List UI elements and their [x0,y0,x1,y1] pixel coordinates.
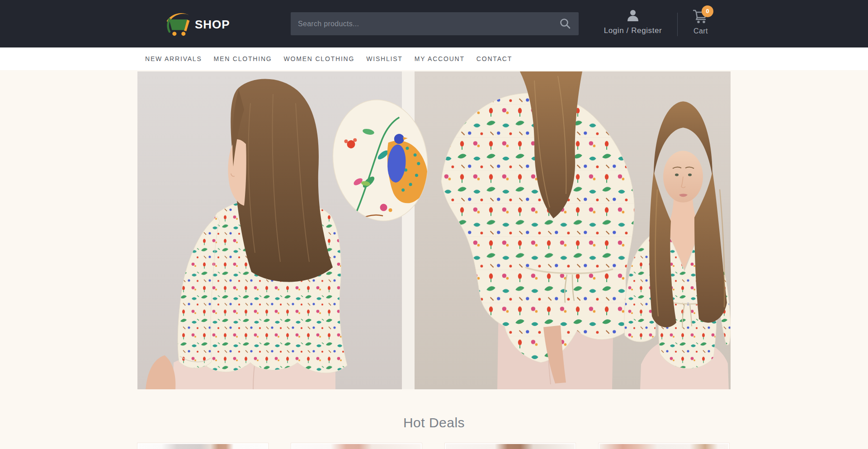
product-card[interactable] [598,443,730,449]
logo-cart-icon [165,11,191,38]
product-card[interactable] [444,443,576,449]
product-image [446,444,575,449]
header: SHOP Login / Register [0,0,868,47]
login-register-label: Login / Register [601,26,665,35]
cart-count-badge: 0 [702,5,713,17]
main-navigation: NEW ARRIVALS MEN CLOTHING WOMEN CLOTHING… [0,47,868,70]
nav-item-men-clothing[interactable]: MEN CLOTHING [214,55,272,62]
login-register-link[interactable]: Login / Register [601,9,665,35]
nav-item-new-arrivals[interactable]: NEW ARRIVALS [145,55,202,62]
user-icon [626,15,640,23]
search-icon [559,24,571,31]
product-image [138,444,267,449]
header-divider [677,13,678,36]
cart-button[interactable]: 0 Cart [686,9,715,35]
nav-item-my-account[interactable]: MY ACCOUNT [415,55,465,62]
nav-item-contact[interactable]: CONTACT [476,55,512,62]
cart-icon [693,17,709,25]
product-image [599,444,728,449]
search-input[interactable] [291,12,579,35]
cart-label: Cart [686,27,715,35]
product-card[interactable] [137,443,269,449]
hot-deals-title: Hot Deals [0,415,868,430]
logo-text: SHOP [195,18,230,32]
product-image [292,444,421,449]
nav-item-women-clothing[interactable]: WOMEN CLOTHING [284,55,355,62]
product-card[interactable] [291,443,422,449]
search-button[interactable] [557,16,573,32]
search-bar [291,12,579,35]
hot-deals-product-row [137,443,731,449]
nav-item-wishlist[interactable]: WISHLIST [366,55,403,62]
logo[interactable]: SHOP [165,11,230,38]
hero-banner-image [137,71,731,389]
